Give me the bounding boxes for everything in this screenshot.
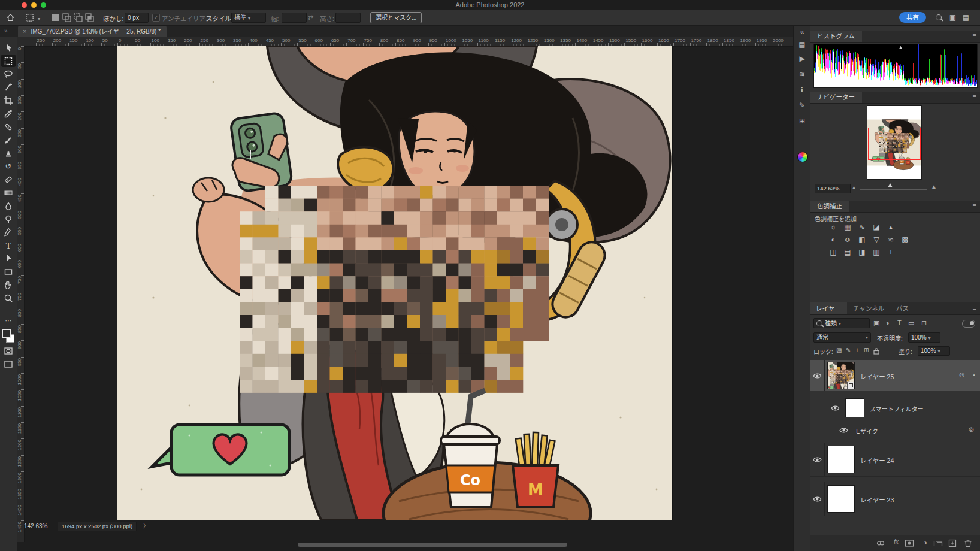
layer-name[interactable]: スマートフィルター — [870, 404, 924, 413]
brush-settings-panel-icon[interactable]: ≋ — [794, 70, 810, 78]
share-button[interactable]: 共有 — [899, 12, 926, 23]
history-brush-tool[interactable]: ↺ — [1, 160, 16, 172]
new-layer-icon[interactable] — [948, 538, 957, 548]
selection-subtract-icon[interactable] — [73, 13, 83, 23]
collapse-panels-icon[interactable]: « — [794, 28, 810, 36]
workspace-icon[interactable]: ▣ — [949, 13, 956, 22]
navigator-panel-menu-icon[interactable]: ≡ — [973, 93, 976, 100]
adj-posterize-icon[interactable]: ▤ — [842, 247, 853, 257]
tool-preset-arrow[interactable]: ▾ — [38, 16, 40, 22]
ruler-top[interactable]: 2502001501005005010015020025030035040045… — [24, 37, 793, 47]
filter-blending-options-icon[interactable]: ◎ — [969, 426, 974, 432]
screen-mode-icon[interactable] — [1, 358, 16, 370]
zoom-tool[interactable] — [1, 292, 16, 304]
adj-gradient-map-icon[interactable]: ▥ — [871, 247, 882, 257]
feather-input[interactable]: 0 px — [125, 13, 149, 23]
add-adjustment-layer-icon[interactable]: ◑ — [923, 538, 927, 547]
height-input[interactable] — [335, 13, 361, 23]
foreground-color-swatch[interactable] — [2, 329, 11, 338]
navigator-thumbnail[interactable] — [867, 106, 921, 179]
fill-dropdown[interactable]: 100%▾ — [918, 346, 950, 356]
navigator-zoom-field[interactable]: 142.63% — [815, 184, 851, 193]
status-menu-arrow[interactable]: 〉 — [143, 523, 149, 529]
crop-tool[interactable] — [1, 94, 16, 107]
adj-color-balance-icon[interactable]: ≎ — [842, 235, 853, 244]
arrange-documents-icon[interactable]: ▤ — [963, 13, 969, 22]
lock-artboard-icon[interactable]: ⊞ — [864, 347, 869, 353]
add-mask-icon[interactable] — [905, 538, 914, 548]
tab-overflow-icon[interactable]: » — [4, 28, 8, 34]
blur-tool[interactable] — [1, 199, 16, 212]
filter-adjustment-layers-icon[interactable]: ◑ — [885, 319, 890, 326]
navigator-panel-tab[interactable]: ナビゲーター — [810, 92, 862, 103]
lock-transparency-icon[interactable]: ▨ — [836, 347, 842, 353]
document-tab[interactable]: ×IMG_7702.PSD @ 143% (レイヤー 25, RGB/8) * — [18, 26, 167, 37]
adj-vibrance-icon[interactable]: ▴ — [885, 222, 896, 232]
home-icon[interactable] — [6, 13, 15, 22]
histogram-panel-menu-icon[interactable]: ≡ — [973, 32, 976, 39]
lasso-tool[interactable] — [1, 68, 16, 80]
pen-tool[interactable] — [1, 226, 16, 238]
zoom-out-mountain-icon[interactable]: ▲ — [852, 185, 856, 189]
path-selection-tool[interactable] — [1, 252, 16, 265]
color-swatches[interactable] — [1, 328, 16, 344]
close-tab-icon[interactable]: × — [23, 28, 26, 35]
spot-healing-brush-tool[interactable] — [1, 120, 16, 133]
adj-levels-icon[interactable]: ▦ — [842, 222, 853, 232]
tool-preset-icon[interactable] — [25, 13, 34, 22]
visibility-eye-icon[interactable] — [828, 395, 842, 421]
layer23-thumbnail[interactable] — [828, 486, 854, 512]
selection-add-icon[interactable] — [62, 13, 72, 23]
tab-channels[interactable]: チャンネル — [847, 302, 890, 314]
selection-intersect-icon[interactable] — [84, 13, 95, 23]
type-tool[interactable]: T — [1, 239, 16, 252]
filter-toggle-switch[interactable] — [962, 320, 975, 328]
collapse-smart-filters-icon[interactable]: ▴ — [973, 372, 975, 377]
search-icon[interactable] — [936, 14, 942, 20]
layer-name[interactable]: レイヤー 23 — [860, 495, 894, 504]
actions-panel-icon[interactable]: ▶ — [794, 55, 810, 63]
delete-layer-icon[interactable] — [963, 538, 973, 548]
smart-filter-indicator-icon[interactable]: ◎ — [959, 371, 964, 378]
properties-panel-icon[interactable]: ▤ — [794, 40, 810, 49]
adj-exposure-icon[interactable]: ◪ — [871, 222, 882, 232]
color-panel-icon[interactable] — [797, 152, 808, 162]
filter-smart-objects-icon[interactable]: ⊡ — [921, 319, 927, 327]
adj-brightness-contrast-icon[interactable]: ☼ — [828, 222, 839, 232]
eyedropper-tool[interactable] — [1, 107, 16, 120]
smart-filter-mask-thumbnail[interactable] — [846, 399, 864, 417]
lock-position-icon[interactable]: + — [855, 347, 859, 353]
visibility-eye-icon[interactable] — [810, 360, 825, 391]
histogram-refresh-warning-icon[interactable]: ▲ — [898, 44, 903, 50]
histogram-panel-tab[interactable]: ヒストグラム — [810, 31, 862, 42]
blend-mode-dropdown[interactable]: 通常▾ — [813, 332, 871, 343]
select-and-mask-button[interactable]: 選択とマスク... — [370, 12, 422, 23]
adj-black-white-icon[interactable]: ◧ — [857, 235, 867, 244]
layer-row-layer23[interactable]: レイヤー 23 — [810, 482, 980, 516]
clone-stamp-tool[interactable] — [1, 147, 16, 159]
layer24-thumbnail[interactable] — [828, 446, 854, 473]
visibility-eye-icon[interactable] — [810, 443, 825, 476]
link-layers-icon[interactable] — [876, 538, 885, 548]
canvas-document[interactable] — [117, 46, 672, 520]
layer-row-smart-filters[interactable]: スマートフィルター — [810, 395, 980, 421]
adj-threshold-icon[interactable]: ◨ — [857, 247, 867, 257]
filter-pixel-layers-icon[interactable]: ▣ — [873, 319, 879, 327]
visibility-eye-icon[interactable] — [810, 482, 825, 516]
info-panel-icon[interactable]: ℹ — [794, 86, 810, 94]
width-input[interactable] — [282, 13, 307, 23]
swap-dimensions-icon[interactable]: ⇄ — [308, 14, 313, 22]
tab-paths[interactable]: パス — [890, 302, 915, 314]
edit-toolbar-icon[interactable]: ⋯ — [1, 314, 16, 327]
selection-new-icon[interactable] — [50, 13, 61, 23]
new-group-icon[interactable] — [933, 538, 943, 548]
layer-name[interactable]: レイヤー 25 — [860, 372, 894, 381]
dodge-tool[interactable] — [1, 213, 16, 225]
object-selection-tool[interactable] — [1, 81, 16, 93]
adj-hue-saturation-icon[interactable]: ◐ — [828, 235, 839, 244]
layer-name[interactable]: モザイク — [854, 426, 878, 435]
adj-curves-icon[interactable]: ∿ — [857, 222, 867, 232]
adjustments-panel-menu-icon[interactable]: ≡ — [973, 202, 976, 209]
brush-tool[interactable] — [1, 134, 16, 146]
layer-effects-icon[interactable]: fx — [894, 538, 899, 545]
